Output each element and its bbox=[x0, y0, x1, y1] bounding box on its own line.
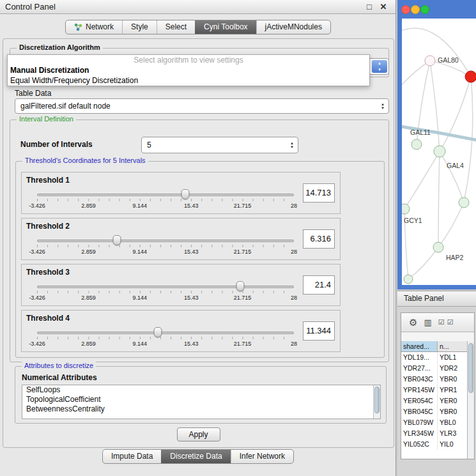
control-panel-titlebar[interactable]: Control Panel □ ✕ bbox=[0, 0, 395, 14]
tab-network[interactable]: Network bbox=[66, 20, 122, 34]
combo-stepper-icon[interactable] bbox=[372, 60, 387, 73]
apply-button[interactable]: Apply bbox=[177, 427, 220, 441]
threshold-3-slider[interactable]: -3.426 2.859 9.144 15.43 21.715 28 bbox=[37, 265, 294, 307]
tab-discretize-data[interactable]: Discretize Data bbox=[161, 450, 230, 463]
tab-infer-network[interactable]: Infer Network bbox=[231, 450, 293, 463]
threshold-2-value-field[interactable]: 6.316 bbox=[303, 229, 335, 249]
threshold-2-slider[interactable]: -3.426 2.859 9.144 15.43 21.715 28 bbox=[37, 219, 294, 261]
list-item[interactable]: SelfLoops bbox=[22, 385, 380, 395]
slider-track bbox=[37, 332, 294, 334]
table-data-value: galFiltered.sif default node bbox=[20, 102, 111, 111]
dropdown-option-equal-width-frequency[interactable]: Equal Width/Frequency Discretization bbox=[8, 75, 369, 86]
combo-stepper-icon bbox=[290, 141, 294, 149]
table-cell[interactable]: YDR27... bbox=[401, 363, 438, 374]
table-row[interactable]: YLR345W YLR3 bbox=[401, 428, 467, 439]
slider-ticks bbox=[37, 199, 294, 201]
node-bottom[interactable] bbox=[404, 275, 413, 284]
table-row[interactable]: YBL079W YBL0 bbox=[401, 417, 467, 428]
scrollbar-thumb[interactable] bbox=[468, 343, 473, 393]
node-right[interactable] bbox=[459, 197, 469, 208]
select-all-icon[interactable]: ☑ bbox=[438, 319, 445, 326]
table-cell[interactable]: YPR145W bbox=[401, 385, 438, 395]
tick-label: -3.426 bbox=[29, 295, 45, 301]
close-traffic-light[interactable] bbox=[402, 6, 410, 14]
tab-label: Impute Data bbox=[111, 450, 153, 463]
table-cell[interactable]: YBL0 bbox=[438, 417, 467, 428]
minimize-traffic-light[interactable] bbox=[411, 6, 420, 14]
close-icon[interactable]: ✕ bbox=[378, 0, 389, 13]
tab-select[interactable]: Select bbox=[157, 20, 195, 34]
column-header-shared-name[interactable]: shared... bbox=[401, 341, 438, 351]
tab-cyni-toolbox[interactable]: Cyni Toolbox bbox=[195, 20, 256, 34]
table-panel-header[interactable]: Table Panel bbox=[397, 291, 476, 307]
table-cell[interactable]: YLR345W bbox=[401, 428, 438, 439]
table-row[interactable]: YPR145W YPR1 bbox=[401, 385, 467, 395]
table-cell[interactable]: YIL0 bbox=[438, 439, 467, 450]
slider-track bbox=[37, 194, 294, 196]
table-cell[interactable]: YER0 bbox=[438, 395, 467, 406]
table-cell[interactable]: YDL19... bbox=[401, 352, 438, 363]
list-item[interactable]: TopologicalCoefficient bbox=[22, 395, 380, 404]
node-selected-red[interactable] bbox=[465, 71, 476, 82]
column-header-name[interactable]: n... bbox=[438, 341, 467, 351]
minimize-icon[interactable]: □ bbox=[364, 0, 375, 13]
table-cell[interactable]: YDL1 bbox=[438, 352, 467, 363]
tick-label: 28 bbox=[291, 249, 297, 255]
table-cell[interactable]: YER054C bbox=[401, 395, 438, 406]
table-cell[interactable]: YBL079W bbox=[401, 417, 438, 428]
tab-impute-data[interactable]: Impute Data bbox=[103, 450, 161, 463]
scrollbar-thumb[interactable] bbox=[374, 387, 380, 413]
slider-track bbox=[37, 286, 294, 288]
dropdown-option-manual-discretization[interactable]: Manual Discretization bbox=[8, 65, 369, 75]
table-data-combobox[interactable]: galFiltered.sif default node bbox=[15, 98, 389, 114]
table-cell[interactable]: YIL052C bbox=[401, 439, 438, 450]
table-cell[interactable]: YBR0 bbox=[438, 406, 467, 417]
table-cell[interactable]: YDR2 bbox=[438, 363, 467, 374]
threshold-3-value-field[interactable]: 21.4 bbox=[303, 275, 335, 295]
number-of-intervals-value: 5 bbox=[147, 141, 151, 150]
table-row[interactable]: YER054C YER0 bbox=[401, 395, 467, 406]
table-row[interactable]: YBR043C YBR0 bbox=[401, 374, 467, 385]
slider-ticks bbox=[37, 291, 294, 293]
table-cell[interactable]: YBR043C bbox=[401, 374, 438, 385]
slider-thumb[interactable] bbox=[181, 189, 190, 199]
tick-label: 15.43 bbox=[184, 203, 199, 209]
node-gal4[interactable] bbox=[434, 146, 445, 157]
columns-icon[interactable]: ▥ bbox=[424, 318, 431, 326]
gear-icon[interactable]: ⚙ bbox=[409, 318, 417, 327]
number-of-intervals-combobox[interactable]: 5 bbox=[141, 137, 298, 153]
interval-definition-group: Interval Definition Number of Intervals … bbox=[10, 119, 389, 362]
table-scrollbar[interactable] bbox=[467, 341, 474, 459]
table-row[interactable]: YDL19... YDL1 bbox=[401, 352, 467, 363]
cyni-toolbox-panel: Discretization Algorithm Select algorith… bbox=[3, 38, 394, 448]
threshold-4-value-field[interactable]: 11.344 bbox=[303, 321, 335, 341]
table-panel-title: Table Panel bbox=[404, 294, 444, 303]
table-cell[interactable]: YLR3 bbox=[438, 428, 467, 439]
table-row[interactable]: YBR045C YBR0 bbox=[401, 406, 467, 417]
network-view-window[interactable]: GAL80 GAL11 GAL4 GCY1 HAP2 bbox=[397, 0, 476, 289]
tab-jactivemnodules[interactable]: jActiveMNodules bbox=[256, 20, 330, 34]
table-row[interactable]: YDR27... YDR2 bbox=[401, 363, 467, 374]
zoom-traffic-light[interactable] bbox=[421, 6, 429, 14]
threshold-1-slider[interactable]: -3.426 2.859 9.144 15.43 21.715 28 bbox=[37, 173, 294, 215]
table-row[interactable]: YIL052C YIL0 bbox=[401, 439, 467, 450]
window-title: Control Panel bbox=[5, 2, 56, 12]
threshold-1-value-field[interactable]: 14.713 bbox=[303, 183, 335, 203]
table-cell[interactable]: YPR1 bbox=[438, 385, 467, 395]
threshold-4-slider[interactable]: -3.426 2.859 9.144 15.43 21.715 28 bbox=[37, 311, 294, 353]
tick-label: -3.426 bbox=[29, 203, 45, 209]
table-cell[interactable]: YBR045C bbox=[401, 406, 438, 417]
select-visible-icon[interactable]: ☑ bbox=[447, 319, 454, 326]
table-cell[interactable]: YBR0 bbox=[438, 374, 467, 385]
slider-thumb[interactable] bbox=[112, 235, 121, 245]
list-item[interactable]: BetweennessCentrality bbox=[22, 404, 380, 414]
threshold-3-group: Threshold 3 -3.426 2.859 9.144 15.43 21.… bbox=[21, 264, 341, 306]
slider-thumb[interactable] bbox=[153, 327, 162, 337]
node-gal80[interactable] bbox=[425, 56, 435, 66]
slider-thumb[interactable] bbox=[236, 281, 244, 291]
node-gal11[interactable] bbox=[411, 139, 422, 150]
node-hap2[interactable] bbox=[433, 242, 443, 252]
attributes-to-discretize-group: Attributes to discretize Numerical Attri… bbox=[15, 366, 387, 424]
attributes-list-scrollbar[interactable] bbox=[373, 385, 380, 418]
tab-style[interactable]: Style bbox=[122, 20, 157, 34]
